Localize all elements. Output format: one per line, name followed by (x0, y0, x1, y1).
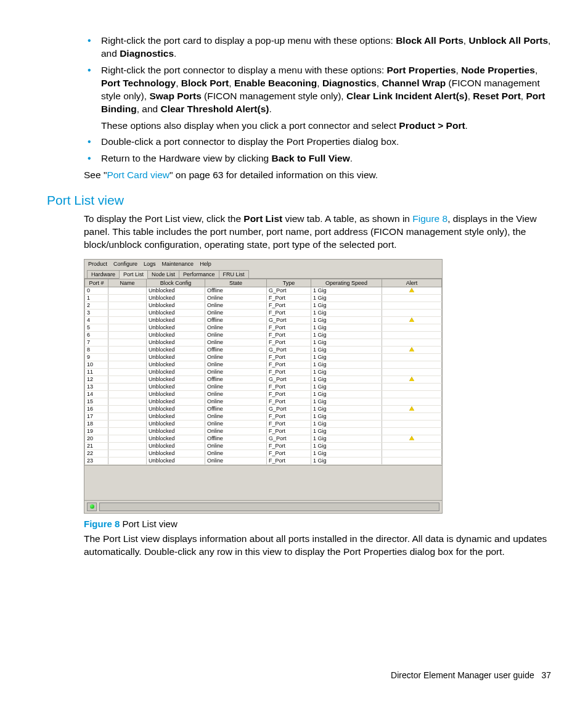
column-header[interactable]: Port # (85, 279, 108, 287)
bold-text: Port Technology (101, 78, 176, 88)
alert-cell (382, 449, 442, 457)
text: view tab. A table, as shown in (282, 213, 412, 224)
table-cell: Unblocked (147, 390, 205, 398)
table-cell: Online (205, 449, 267, 457)
paragraph: The Port List view displays information … (84, 533, 551, 559)
table-cell: 3 (85, 309, 108, 316)
text: , (229, 78, 234, 88)
table-row[interactable]: 8UnblockedOfflineG_Port1 Gig (85, 346, 442, 353)
text: Double-click a port connector to display… (101, 136, 399, 147)
table-cell: Unblocked (147, 294, 205, 302)
table-cell (108, 353, 147, 361)
menu-maintenance[interactable]: Maintenance (162, 261, 194, 267)
table-cell: 7 (85, 339, 108, 346)
table-cell: Online (205, 427, 267, 435)
alert-cell (382, 398, 442, 405)
column-header[interactable]: Block Config (147, 279, 205, 287)
table-cell: Online (205, 398, 267, 405)
port-list-table: Port #NameBlock ConfigStateTypeOperating… (84, 279, 442, 465)
table-row[interactable]: 9UnblockedOnlineF_Port1 Gig (85, 353, 442, 361)
table-cell: Online (205, 383, 267, 390)
bold-text: Port List (243, 213, 282, 224)
alert-cell (382, 324, 442, 331)
table-cell: 1 Gig (311, 339, 382, 346)
table-row[interactable]: 23UnblockedOnlineF_Port1 Gig (85, 457, 442, 464)
menu-configure[interactable]: Configure (113, 261, 137, 267)
column-header[interactable]: Operating Speed (311, 279, 382, 287)
table-row[interactable]: 22UnblockedOnlineF_Port1 Gig (85, 449, 442, 457)
table-cell: 1 (85, 294, 108, 302)
table-cell: Unblocked (147, 368, 205, 376)
table-row[interactable]: 15UnblockedOnlineF_Port1 Gig (85, 398, 442, 405)
table-row[interactable]: 1UnblockedOnlineF_Port1 Gig (85, 294, 442, 302)
table-cell: Online (205, 413, 267, 420)
table-row[interactable]: 11UnblockedOnlineF_Port1 Gig (85, 368, 442, 376)
text: . (174, 48, 176, 59)
table-cell: Offline (205, 405, 267, 413)
table-cell: Online (205, 309, 267, 316)
alert-cell (382, 302, 442, 309)
table-cell (108, 294, 147, 302)
bold-text: Clear Link Incident Alert(s) (346, 91, 468, 101)
tab-fru-list[interactable]: FRU List (219, 270, 249, 279)
status-track (99, 503, 439, 511)
table-cell: Online (205, 302, 267, 309)
menu-product[interactable]: Product (88, 261, 107, 267)
table-cell: F_Port (267, 302, 311, 309)
table-cell: Unblocked (147, 413, 205, 420)
table-cell: G_Port (267, 376, 311, 383)
column-header[interactable]: Name (108, 279, 147, 287)
table-row[interactable]: 6UnblockedOnlineF_Port1 Gig (85, 331, 442, 339)
table-row[interactable]: 7UnblockedOnlineF_Port1 Gig (85, 339, 442, 346)
column-header[interactable]: State (205, 279, 267, 287)
table-row[interactable]: 17UnblockedOnlineF_Port1 Gig (85, 413, 442, 420)
table-row[interactable]: 14UnblockedOnlineF_Port1 Gig (85, 390, 442, 398)
table-cell (108, 420, 147, 427)
table-cell (108, 435, 147, 442)
link-figure-8[interactable]: Figure 8 (412, 213, 447, 224)
table-cell (108, 324, 147, 331)
tab-node-list[interactable]: Node List (147, 270, 179, 279)
alert-triangle-icon (409, 377, 414, 381)
column-header[interactable]: Alert (382, 279, 442, 287)
table-cell: F_Port (267, 353, 311, 361)
figure-title: Port List view (120, 519, 177, 529)
table-row[interactable]: 18UnblockedOnlineF_Port1 Gig (85, 420, 442, 427)
alert-cell (382, 383, 442, 390)
table-row[interactable]: 13UnblockedOnlineF_Port1 Gig (85, 383, 442, 390)
tab-port-list[interactable]: Port List (119, 270, 148, 279)
table-cell (108, 361, 147, 368)
bold-text: Node Properties (461, 65, 535, 75)
tab-performance[interactable]: Performance (179, 270, 219, 279)
link-port-card-view[interactable]: Port Card view (107, 170, 169, 180)
table-row[interactable]: 12UnblockedOfflineG_Port1 Gig (85, 376, 442, 383)
table-row[interactable]: 20UnblockedOfflineG_Port1 Gig (85, 435, 442, 442)
figure-number: Figure 8 (84, 519, 120, 529)
table-cell: G_Port (267, 316, 311, 324)
table-cell: F_Port (267, 324, 311, 331)
alert-cell (382, 427, 442, 435)
table-row[interactable]: 21UnblockedOnlineF_Port1 Gig (85, 442, 442, 449)
table-row[interactable]: 16UnblockedOfflineG_Port1 Gig (85, 405, 442, 413)
table-row[interactable]: 2UnblockedOnlineF_Port1 Gig (85, 302, 442, 309)
text: , (468, 91, 473, 101)
table-row[interactable]: 19UnblockedOnlineF_Port1 Gig (85, 427, 442, 435)
table-row[interactable]: 0UnblockedOfflineG_Port1 Gig (85, 287, 442, 294)
table-row[interactable]: 5UnblockedOnlineF_Port1 Gig (85, 324, 442, 331)
table-cell: 12 (85, 376, 108, 383)
table-cell (108, 427, 147, 435)
table-cell: 1 Gig (311, 390, 382, 398)
alert-cell (382, 309, 442, 316)
table-cell: 1 Gig (311, 346, 382, 353)
column-header[interactable]: Type (267, 279, 311, 287)
menu-logs[interactable]: Logs (144, 261, 156, 267)
table-row[interactable]: 3UnblockedOnlineF_Port1 Gig (85, 309, 442, 316)
tab-hardware[interactable]: Hardware (87, 270, 120, 279)
table-cell: Unblocked (147, 457, 205, 464)
table-row[interactable]: 10UnblockedOnlineF_Port1 Gig (85, 361, 442, 368)
menu-help[interactable]: Help (200, 261, 211, 267)
text: , (176, 78, 181, 88)
table-row[interactable]: 4UnblockedOfflineG_Port1 Gig (85, 316, 442, 324)
text: See " (84, 170, 107, 180)
table-cell: Online (205, 368, 267, 376)
